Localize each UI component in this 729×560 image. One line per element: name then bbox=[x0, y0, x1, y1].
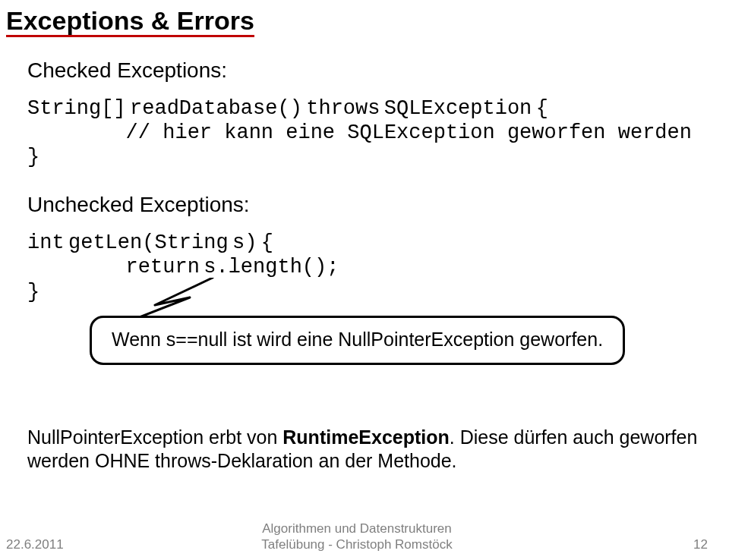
callout-box: Wenn s==null ist wird eine NullPointerEx… bbox=[90, 316, 625, 365]
footer-date: 22.6.2011 bbox=[6, 537, 64, 552]
footer-line1: Algorithmen und Datenstrukturen bbox=[6, 521, 708, 536]
code-block-unchecked: int getLen(String s) { return s.length()… bbox=[27, 231, 708, 304]
footer-line2: Tafelübung - Christoph Romstöck bbox=[6, 537, 708, 552]
title-text: Exceptions & Errors bbox=[6, 8, 254, 37]
checked-exceptions-label: Checked Exceptions: bbox=[27, 58, 708, 83]
footer-center: Algorithmen und Datenstrukturen Tafelübu… bbox=[6, 521, 708, 552]
unchecked-exceptions-label: Unchecked Exceptions: bbox=[27, 193, 708, 217]
para-bold: RuntimeException bbox=[282, 426, 449, 448]
code-block-unchecked-wrap: int getLen(String s) { return s.length()… bbox=[27, 231, 708, 304]
slide-body: Checked Exceptions: String[] readDatabas… bbox=[6, 58, 708, 473]
footer-page-number: 12 bbox=[693, 537, 708, 552]
para-pre: NullPointerException erbt von bbox=[27, 426, 282, 448]
explanation-paragraph: NullPointerException erbt von RuntimeExc… bbox=[27, 426, 708, 473]
slide: Exceptions & Errors Checked Exceptions: … bbox=[0, 0, 729, 560]
slide-title: Exceptions & Errors bbox=[6, 6, 708, 37]
callout-text: Wenn s==null ist wird eine NullPointerEx… bbox=[112, 329, 603, 350]
slide-footer: 22.6.2011 Algorithmen und Datenstrukture… bbox=[6, 537, 708, 552]
code-block-checked: String[] readDatabase() throws SQLExcept… bbox=[27, 96, 708, 170]
